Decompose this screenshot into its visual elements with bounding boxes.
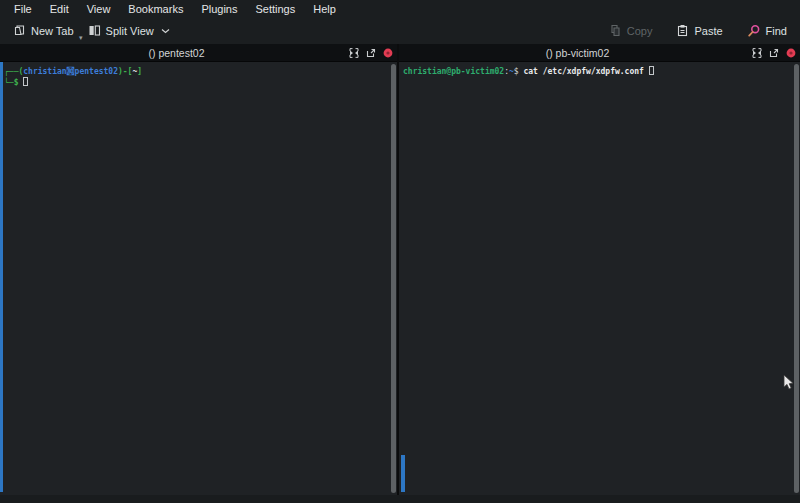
maximize-view-icon[interactable] (752, 48, 762, 58)
paste-button[interactable]: Paste (669, 21, 729, 40)
prompt-frame: ┌──( (4, 67, 23, 76)
prompt-dollar: $ (514, 67, 524, 76)
close-session-icon[interactable] (383, 48, 393, 58)
toolbar: New Tab ▾ Split View (0, 17, 800, 44)
prompt-frame: ] (137, 67, 142, 76)
terminal-pentest02[interactable]: ┌──(christian㉏pentest02)-[~] └─$ (0, 62, 397, 495)
typed-command: cat /etc/xdpfw/xdpfw.conf (523, 67, 643, 76)
copy-label: Copy (627, 25, 653, 37)
menu-view[interactable]: View (78, 2, 120, 16)
pane-title: () pentest02 (0, 44, 353, 61)
paste-label: Paste (694, 25, 722, 37)
find-label: Find (766, 25, 787, 37)
prompt-user-host: christian@pb-victim02 (403, 67, 504, 76)
magnifier-icon (747, 24, 761, 38)
menu-bookmarks[interactable]: Bookmarks (119, 2, 192, 16)
clipboard-paste-icon (676, 24, 689, 37)
detach-view-icon[interactable] (366, 48, 376, 58)
split-view-container: () pentest02 (0, 44, 800, 495)
focused-view-indicator (0, 62, 3, 492)
new-tab-button[interactable]: New Tab ▾ (6, 21, 81, 40)
konsole-window: File Edit View Bookmarks Plugins Setting… (0, 0, 800, 503)
split-view-label: Split View (106, 25, 154, 37)
menu-settings[interactable]: Settings (246, 2, 304, 16)
split-view-button[interactable]: Split View (81, 21, 177, 40)
new-tab-icon (13, 24, 26, 37)
scrollbar-handle[interactable] (391, 64, 396, 493)
copy-button[interactable]: Copy (602, 21, 660, 40)
chevron-down-icon (161, 28, 170, 34)
pane-header-pb-victim02[interactable]: () pb-victim02 (399, 44, 800, 62)
scroll-position-indicator (401, 455, 405, 492)
copy-icon (609, 24, 622, 37)
pane-header-pentest02[interactable]: () pentest02 (0, 44, 397, 62)
prompt-user-host: christian㉏pentest02 (23, 67, 118, 76)
pane-pentest02: () pentest02 (0, 44, 397, 495)
terminal-cursor (649, 66, 654, 75)
detach-view-icon[interactable] (769, 48, 779, 58)
new-tab-label: New Tab (31, 25, 74, 37)
mouse-pointer-icon (783, 375, 795, 395)
find-button[interactable]: Find (740, 21, 794, 41)
scrollbar[interactable] (793, 64, 799, 493)
close-session-icon[interactable] (786, 48, 796, 58)
split-view-icon (88, 24, 101, 37)
window-bottom-edge (0, 495, 800, 503)
menu-file[interactable]: File (5, 2, 41, 16)
terminal-cursor (23, 77, 28, 86)
prompt-frame: )-[ (118, 67, 132, 76)
terminal-text: ┌──(christian㉏pentest02)-[~] └─$ (4, 66, 142, 88)
menubar: File Edit View Bookmarks Plugins Setting… (0, 0, 800, 17)
menu-plugins[interactable]: Plugins (192, 2, 246, 16)
menu-edit[interactable]: Edit (41, 2, 78, 16)
scrollbar-handle[interactable] (794, 64, 799, 493)
pane-pb-victim02: () pb-victim02 (399, 44, 800, 495)
maximize-view-icon[interactable] (349, 48, 359, 58)
pane-title: () pb-victim02 (399, 44, 756, 61)
terminal-pb-victim02[interactable]: christian@pb-victim02:~$ cat /etc/xdpfw/… (399, 62, 800, 495)
scrollbar[interactable] (390, 64, 396, 493)
terminal-text: christian@pb-victim02:~$ cat /etc/xdpfw/… (403, 66, 654, 77)
menu-help[interactable]: Help (304, 2, 345, 16)
prompt-frame: └─$ (4, 78, 18, 87)
